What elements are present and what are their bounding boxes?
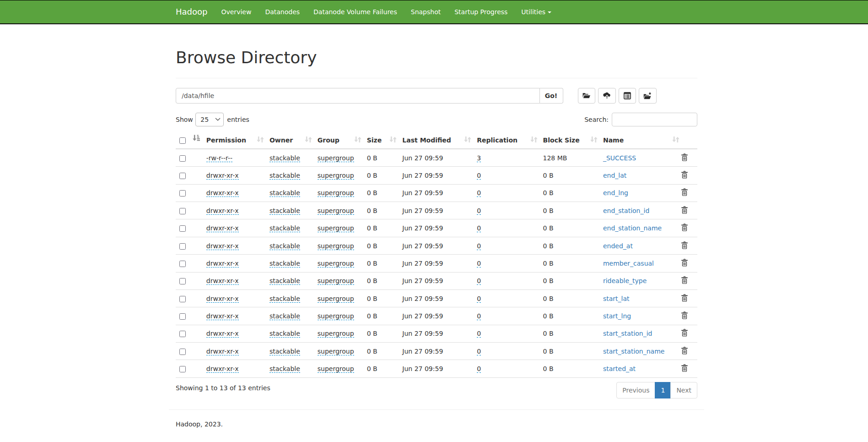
create-directory-button[interactable] [578,88,596,104]
delete-button[interactable] [681,329,688,337]
row-checkbox[interactable] [179,243,186,250]
row-checkbox[interactable] [179,331,186,337]
replication-cell[interactable]: 0 [477,189,481,197]
pagination-next[interactable]: Next [670,382,697,398]
group-cell[interactable]: supergroup [318,277,354,285]
row-checkbox[interactable] [179,278,186,284]
replication-cell[interactable]: 0 [477,365,481,373]
group-cell[interactable]: supergroup [318,330,354,338]
group-cell[interactable]: supergroup [318,312,354,320]
header-last-modified[interactable]: Last Modified [399,132,473,149]
header-owner[interactable]: Owner [266,132,314,149]
group-cell[interactable]: supergroup [318,207,354,215]
group-cell[interactable]: supergroup [318,348,354,355]
nav-item-datanode-volume-failures[interactable]: Datanode Volume Failures [307,0,404,23]
group-cell[interactable]: supergroup [318,172,354,180]
permission-cell[interactable]: drwxr-xr-x [206,312,239,320]
name-link[interactable]: ended_at [603,242,633,250]
owner-cell[interactable]: stackable [270,260,300,267]
delete-button[interactable] [681,311,688,319]
owner-cell[interactable]: stackable [270,348,300,355]
permission-cell[interactable]: drwxr-xr-x [206,189,239,197]
row-checkbox[interactable] [179,208,186,214]
delete-button[interactable] [681,259,688,267]
row-checkbox[interactable] [179,366,186,372]
replication-cell[interactable]: 0 [477,172,481,180]
delete-button[interactable] [681,294,688,302]
owner-cell[interactable]: stackable [270,277,300,285]
nav-item-utilities[interactable]: Utilities [514,0,558,23]
permission-cell[interactable]: drwxr-xr-x [206,260,239,267]
nav-item-snapshot[interactable]: Snapshot [404,0,447,23]
delete-button[interactable] [681,224,688,231]
owner-cell[interactable]: stackable [270,207,300,215]
group-cell[interactable]: supergroup [318,242,354,250]
row-checkbox[interactable] [179,190,186,196]
go-button[interactable]: Go! [540,88,563,104]
replication-cell[interactable]: 0 [477,260,481,267]
owner-cell[interactable]: stackable [270,189,300,197]
owner-cell[interactable]: stackable [270,224,300,232]
name-link[interactable]: start_station_name [603,348,665,355]
directory-input[interactable] [176,88,540,104]
replication-cell[interactable]: 3 [477,154,481,162]
owner-cell[interactable]: stackable [270,365,300,373]
search-input[interactable] [612,113,697,126]
nav-item-startup-progress[interactable]: Startup Progress [447,0,514,23]
row-checkbox[interactable] [179,155,186,162]
replication-cell[interactable]: 0 [477,277,481,285]
replication-cell[interactable]: 0 [477,330,481,338]
nav-item-overview[interactable]: Overview [214,0,258,23]
owner-cell[interactable]: stackable [270,312,300,320]
cut-paste-button[interactable] [619,88,636,104]
name-link[interactable]: start_lat [603,295,630,302]
replication-cell[interactable]: 0 [477,207,481,215]
owner-cell[interactable]: stackable [270,330,300,338]
delete-button[interactable] [681,347,688,355]
group-cell[interactable]: supergroup [318,365,354,373]
header-permission[interactable]: Permission [203,132,266,149]
header-block-size[interactable]: Block Size [539,132,599,149]
name-link[interactable]: _SUCCESS [603,154,636,162]
row-checkbox[interactable] [179,173,186,179]
row-checkbox[interactable] [179,225,186,232]
upload-files-button[interactable] [598,88,616,104]
permission-cell[interactable]: drwxr-xr-x [206,330,239,338]
replication-cell[interactable]: 0 [477,348,481,355]
header-group[interactable]: Group [314,132,363,149]
row-checkbox[interactable] [179,313,186,320]
navbar-brand[interactable]: Hadoop [176,0,214,23]
move-button[interactable] [639,88,657,104]
permission-cell[interactable]: drwxr-xr-x [206,348,239,355]
delete-button[interactable] [681,206,688,214]
row-checkbox[interactable] [179,296,186,302]
header-size[interactable]: Size [363,132,399,149]
page-length-select[interactable]: 25 [195,113,224,126]
permission-cell[interactable]: drwxr-xr-x [206,295,239,303]
permission-cell[interactable]: drwxr-xr-x [206,172,239,180]
group-cell[interactable]: supergroup [318,154,354,162]
delete-button[interactable] [681,171,688,179]
name-link[interactable]: end_lng [603,189,628,196]
nav-item-datanodes[interactable]: Datanodes [258,0,307,23]
name-link[interactable]: start_station_id [603,330,652,337]
delete-button[interactable] [681,276,688,284]
replication-cell[interactable]: 0 [477,242,481,250]
owner-cell[interactable]: stackable [270,154,300,162]
row-checkbox[interactable] [179,349,186,355]
delete-button[interactable] [681,188,688,196]
name-link[interactable]: start_lng [603,312,631,320]
delete-button[interactable] [681,364,688,372]
name-link[interactable]: rideable_type [603,277,647,284]
permission-cell[interactable]: drwxr-xr-x [206,277,239,285]
owner-cell[interactable]: stackable [270,295,300,303]
group-cell[interactable]: supergroup [318,260,354,267]
permission-cell[interactable]: -rw-r--r-- [206,154,232,162]
header-replication[interactable]: Replication [473,132,539,149]
name-link[interactable]: member_casual [603,260,654,267]
replication-cell[interactable]: 0 [477,295,481,303]
owner-cell[interactable]: stackable [270,242,300,250]
owner-cell[interactable]: stackable [270,172,300,180]
header-name[interactable]: Name [599,132,681,149]
name-link[interactable]: started_at [603,365,636,372]
